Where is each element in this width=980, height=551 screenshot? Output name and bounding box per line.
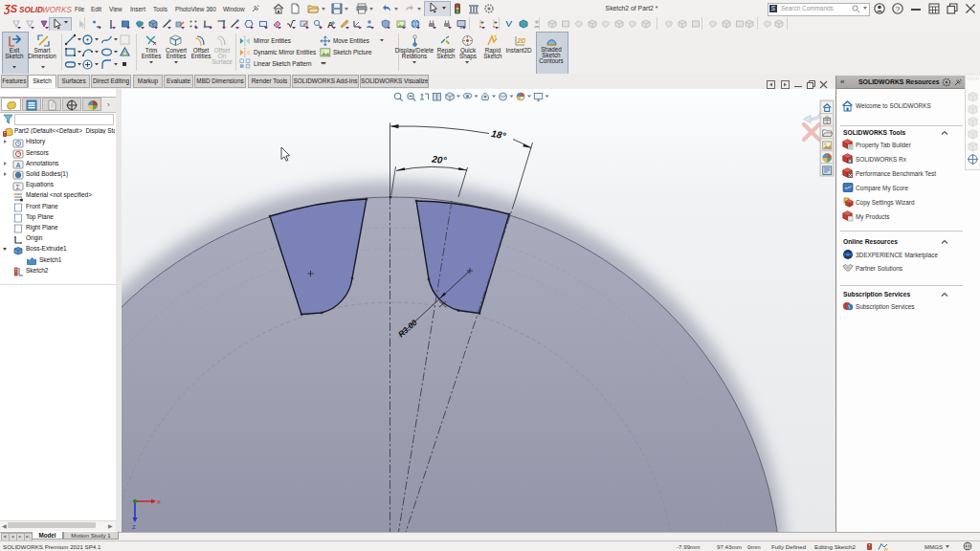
svg-text:S: S (770, 5, 775, 11)
svg-text:A: A (15, 162, 20, 168)
svg-text:2D: 2D (517, 37, 526, 44)
svg-text:Z: Z (132, 524, 136, 530)
svg-text:?: ? (896, 5, 901, 13)
svg-text:ƷS: ƷS (4, 3, 18, 14)
svg-text:X: X (157, 499, 161, 505)
svg-text:SOLID: SOLID (19, 6, 43, 14)
svg-text:WORKS: WORKS (42, 6, 72, 14)
svg-text:20°: 20° (431, 154, 448, 166)
svg-text:Σ: Σ (16, 183, 21, 189)
